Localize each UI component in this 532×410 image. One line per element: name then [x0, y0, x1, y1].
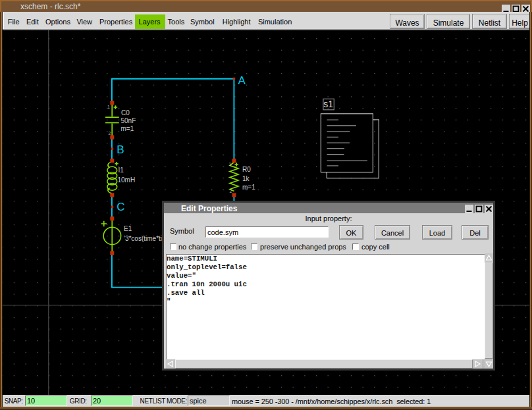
svg-text:E1: E1 [124, 225, 132, 232]
svg-text:A: A [238, 74, 246, 87]
svg-text:m=1: m=1 [242, 184, 255, 191]
svg-text:I1: I1 [119, 167, 124, 174]
svg-text:'3*cos(time*ti: '3*cos(time*ti [124, 235, 162, 242]
svg-text:C0: C0 [121, 109, 130, 116]
svg-text:1: 1 [229, 162, 232, 167]
svg-text:10mH: 10mH [118, 176, 136, 184]
svg-text:2: 2 [109, 131, 111, 136]
svg-text:m=1: m=1 [121, 125, 134, 132]
svg-text:R0: R0 [242, 166, 251, 173]
svg-text:B: B [117, 143, 124, 156]
svg-text:s1: s1 [323, 99, 333, 109]
svg-text:C: C [117, 201, 124, 213]
svg-text:50nF: 50nF [121, 117, 136, 124]
svg-text:2: 2 [230, 189, 232, 193]
svg-text:1k: 1k [242, 175, 250, 182]
svg-text:1: 1 [107, 105, 110, 109]
